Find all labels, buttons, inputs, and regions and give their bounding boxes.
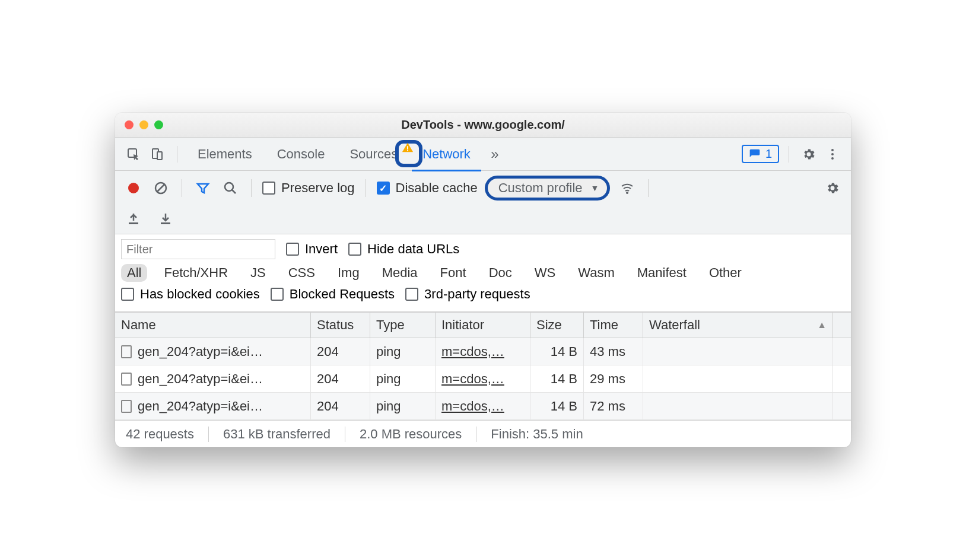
requests-table: Name Status Type Initiator Size Time Wat… xyxy=(115,312,851,420)
checkbox-label: Preserve log xyxy=(281,180,355,196)
tab-label: Console xyxy=(277,147,325,162)
tab-label: Sources xyxy=(349,147,398,162)
type-filters: AllFetch/XHRJSCSSImgMediaFontDocWSWasmMa… xyxy=(121,264,845,282)
sort-indicator-icon: ▲ xyxy=(817,320,827,330)
type-filter-font[interactable]: Font xyxy=(434,264,472,282)
zoom-window-button[interactable] xyxy=(154,120,163,129)
warning-icon xyxy=(401,141,414,154)
separator xyxy=(789,146,789,163)
network-settings-icon[interactable] xyxy=(822,178,843,198)
svg-line-10 xyxy=(157,184,164,192)
svg-point-5 xyxy=(831,149,834,151)
tab-sources[interactable]: Sources xyxy=(339,138,408,171)
type-filter-js[interactable]: JS xyxy=(244,264,272,282)
col-waterfall[interactable]: Waterfall▲ xyxy=(643,313,833,338)
issues-chip[interactable]: 1 xyxy=(742,145,779,163)
table-row[interactable]: gen_204?atyp=i&ei…204pingm=cdos,…14 B43 … xyxy=(115,338,851,365)
traffic-lights xyxy=(125,120,163,129)
type-filter-wasm[interactable]: Wasm xyxy=(572,264,621,282)
table-row[interactable]: gen_204?atyp=i&ei…204pingm=cdos,…14 B72 … xyxy=(115,393,851,420)
col-status[interactable]: Status xyxy=(311,313,370,338)
main-tabstrip: Elements Console Sources Network » 1 xyxy=(115,138,851,171)
tab-network[interactable]: Network xyxy=(412,138,481,171)
svg-point-8 xyxy=(128,183,139,193)
type-filter-manifest[interactable]: Manifest xyxy=(631,264,692,282)
status-resources: 2.0 MB resources xyxy=(360,427,462,442)
minimize-window-button[interactable] xyxy=(139,120,148,129)
separator xyxy=(251,179,252,197)
invert-checkbox[interactable]: Invert xyxy=(286,241,338,257)
col-size[interactable]: Size xyxy=(530,313,584,338)
status-requests: 42 requests xyxy=(126,427,194,442)
tab-label: Elements xyxy=(198,147,252,162)
svg-rect-15 xyxy=(161,222,170,224)
tab-elements[interactable]: Elements xyxy=(187,138,263,171)
more-tabs-icon[interactable]: » xyxy=(485,144,505,164)
file-icon xyxy=(121,345,132,358)
type-filter-other[interactable]: Other xyxy=(703,264,748,282)
separator xyxy=(648,179,649,197)
svg-point-7 xyxy=(831,157,834,160)
tab-console[interactable]: Console xyxy=(266,138,336,171)
initiator-link[interactable]: m=cdos,… xyxy=(441,399,504,414)
status-finish: Finish: 35.5 min xyxy=(491,427,583,442)
initiator-link[interactable]: m=cdos,… xyxy=(441,371,504,387)
type-filter-ws[interactable]: WS xyxy=(529,264,561,282)
tab-label: Network xyxy=(422,147,471,162)
file-icon xyxy=(121,400,132,413)
type-filter-media[interactable]: Media xyxy=(376,264,424,282)
separator xyxy=(182,179,182,197)
throttling-value: Custom profile xyxy=(498,180,583,196)
table-header: Name Status Type Initiator Size Time Wat… xyxy=(115,312,851,338)
status-bar: 42 requests 631 kB transferred 2.0 MB re… xyxy=(115,420,851,447)
inspect-element-icon[interactable] xyxy=(123,144,144,164)
svg-line-12 xyxy=(232,190,236,193)
chevron-down-icon: ▼ xyxy=(591,183,599,193)
settings-icon[interactable] xyxy=(799,144,819,164)
kebab-menu-icon[interactable] xyxy=(822,144,843,164)
network-conditions-icon[interactable] xyxy=(617,178,637,198)
filter-input[interactable] xyxy=(121,239,275,259)
search-icon[interactable] xyxy=(220,178,240,198)
svg-rect-4 xyxy=(407,149,408,151)
status-transferred: 631 kB transferred xyxy=(223,427,331,442)
col-scrollgutter xyxy=(833,313,851,338)
has-blocked-cookies-checkbox[interactable]: Has blocked cookies xyxy=(121,287,260,302)
svg-rect-2 xyxy=(157,152,162,160)
initiator-link[interactable]: m=cdos,… xyxy=(441,344,504,359)
hide-data-urls-checkbox[interactable]: Hide data URLs xyxy=(348,241,459,257)
export-har-icon[interactable] xyxy=(155,209,176,229)
devtools-window: DevTools - www.google.com/ Elements Cons… xyxy=(115,113,851,447)
throttling-select[interactable]: Custom profile ▼ xyxy=(485,176,611,201)
preserve-log-checkbox[interactable]: Preserve log xyxy=(262,180,355,196)
filter-icon[interactable] xyxy=(193,178,213,198)
file-icon xyxy=(121,373,132,386)
clear-button[interactable] xyxy=(151,178,171,198)
checkbox-icon xyxy=(377,182,390,195)
blocked-requests-checkbox[interactable]: Blocked Requests xyxy=(271,287,395,302)
table-row[interactable]: gen_204?atyp=i&ei…204pingm=cdos,…14 B29 … xyxy=(115,365,851,393)
type-filter-css[interactable]: CSS xyxy=(282,264,321,282)
col-name[interactable]: Name xyxy=(115,313,311,338)
col-initiator[interactable]: Initiator xyxy=(436,313,530,338)
separator xyxy=(366,179,366,197)
col-time[interactable]: Time xyxy=(584,313,643,338)
col-type[interactable]: Type xyxy=(370,313,436,338)
device-toolbar-icon[interactable] xyxy=(147,144,167,164)
type-filter-img[interactable]: Img xyxy=(332,264,366,282)
type-filter-doc[interactable]: Doc xyxy=(483,264,518,282)
disable-cache-checkbox[interactable]: Disable cache xyxy=(377,180,478,196)
type-filter-all[interactable]: All xyxy=(121,264,147,282)
svg-point-11 xyxy=(225,183,233,191)
window-title: DevTools - www.google.com/ xyxy=(115,118,851,132)
close-window-button[interactable] xyxy=(125,120,134,129)
issues-count: 1 xyxy=(765,147,772,161)
svg-point-6 xyxy=(831,153,834,155)
record-button[interactable] xyxy=(123,178,144,198)
checkbox-label: Disable cache xyxy=(396,180,478,196)
import-har-icon[interactable] xyxy=(123,209,144,229)
separator xyxy=(177,146,177,163)
type-filter-fetchxhr[interactable]: Fetch/XHR xyxy=(158,264,234,282)
third-party-checkbox[interactable]: 3rd-party requests xyxy=(405,287,530,302)
titlebar: DevTools - www.google.com/ xyxy=(115,113,851,138)
